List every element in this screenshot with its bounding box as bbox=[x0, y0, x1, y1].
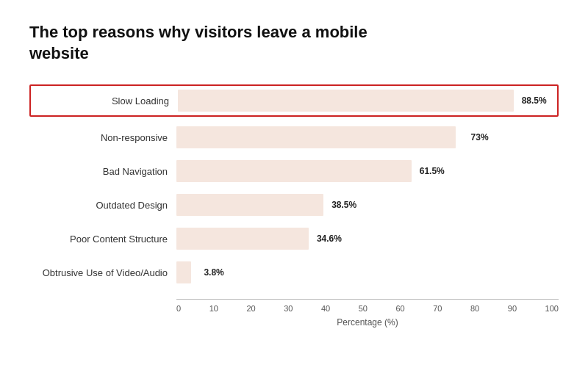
bar-label: Slow Loading bbox=[31, 95, 178, 106]
bar-area: 38.5% bbox=[176, 192, 559, 218]
bar-fill: 34.6% bbox=[176, 228, 309, 250]
bar-value-label: 61.5% bbox=[420, 166, 445, 176]
chart-title: The top reasons why visitors leave a mob… bbox=[29, 22, 382, 64]
bar-row: Poor Content Structure34.6% bbox=[29, 225, 559, 252]
x-tick: 70 bbox=[433, 304, 442, 313]
bar-value-label: 3.8% bbox=[204, 267, 223, 278]
bar-label: Poor Content Structure bbox=[29, 234, 176, 245]
x-tick: 90 bbox=[508, 304, 517, 313]
bar-area: 3.8% bbox=[176, 259, 559, 286]
bar-row: Slow Loading88.5% bbox=[29, 84, 559, 117]
bar-label: Non-responsive bbox=[29, 132, 176, 143]
x-tick: 60 bbox=[395, 304, 404, 313]
x-tick: 0 bbox=[176, 304, 181, 313]
bar-fill: 73% bbox=[176, 126, 456, 148]
bar-area: 34.6% bbox=[176, 225, 559, 252]
bar-fill: 3.8% bbox=[176, 261, 191, 283]
chart-rows-wrapper: Slow Loading88.5%Non-responsive73%Bad Na… bbox=[29, 84, 559, 293]
x-axis-title: Percentage (%) bbox=[176, 317, 559, 328]
bar-row: Bad Navigation61.5% bbox=[29, 158, 559, 184]
bar-label: Outdated Design bbox=[29, 200, 176, 211]
bar-area: 88.5% bbox=[178, 87, 557, 114]
bar-fill: 88.5% bbox=[178, 90, 514, 112]
bar-value-label: 73% bbox=[471, 132, 489, 142]
x-axis: 0102030405060708090100 bbox=[176, 299, 559, 313]
x-axis-labels: 0102030405060708090100 bbox=[176, 304, 559, 313]
bar-row: Outdated Design38.5% bbox=[29, 192, 559, 218]
bar-area: 61.5% bbox=[176, 158, 559, 184]
bar-value-label: 88.5% bbox=[522, 95, 547, 106]
chart-container: Slow Loading88.5%Non-responsive73%Bad Na… bbox=[29, 84, 559, 328]
bar-row: Obtrusive Use of Video/Audio3.8% bbox=[29, 259, 559, 286]
bar-value-label: 34.6% bbox=[317, 234, 342, 244]
bar-label: Obtrusive Use of Video/Audio bbox=[29, 267, 176, 278]
x-tick: 30 bbox=[284, 304, 293, 313]
x-tick: 80 bbox=[470, 304, 479, 313]
bar-row: Non-responsive73% bbox=[29, 124, 559, 151]
x-tick: 20 bbox=[246, 304, 255, 313]
bar-area: 73% bbox=[176, 124, 559, 151]
bar-fill: 38.5% bbox=[176, 194, 323, 216]
bar-value-label: 38.5% bbox=[331, 200, 356, 210]
x-tick: 10 bbox=[209, 304, 218, 313]
x-tick: 50 bbox=[359, 304, 368, 313]
bar-fill: 61.5% bbox=[176, 160, 412, 182]
bar-label: Bad Navigation bbox=[29, 166, 176, 177]
x-tick: 100 bbox=[545, 304, 559, 313]
x-tick: 40 bbox=[321, 304, 330, 313]
